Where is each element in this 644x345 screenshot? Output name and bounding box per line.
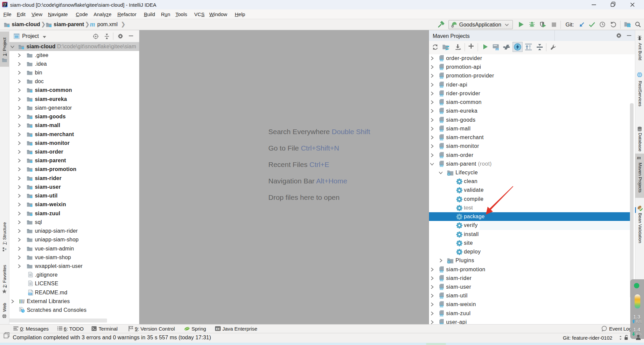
svg-text:m: m [440,57,443,62]
svg-text:m: m [440,119,443,123]
svg-text:m: m [440,295,443,299]
svg-text:m: m [440,269,443,273]
svg-text:MD: MD [29,293,32,295]
svg-text:m: m [440,286,443,290]
svg-text:m: m [440,101,443,106]
svg-text:m: m [440,93,443,97]
svg-text:m: m [440,66,443,70]
svg-text:EE: EE [216,327,220,331]
svg-text:m: m [440,136,443,141]
svg-text:m: m [440,303,443,308]
svg-text:m: m [440,154,443,159]
svg-text:m: m [440,110,443,114]
svg-text:m: m [440,312,443,317]
svg-text:m: m [440,128,443,132]
svg-text:m: m [440,277,443,282]
svg-text:m: m [440,163,443,167]
svg-text:m: m [440,84,443,88]
svg-text:m: m [495,46,499,51]
svg-text:m: m [440,145,443,150]
svg-text:m: m [440,75,443,79]
